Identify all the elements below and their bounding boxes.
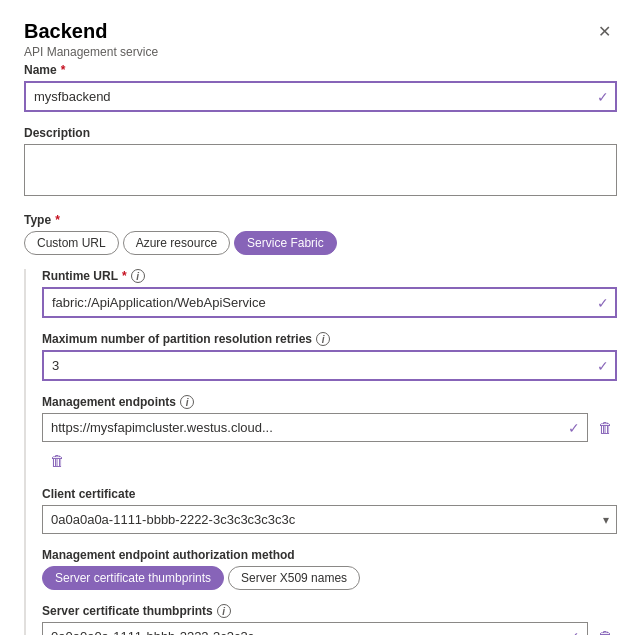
auth-method-label: Management endpoint authorization method: [42, 548, 617, 562]
runtime-url-info-icon[interactable]: i: [131, 269, 145, 283]
cert-trash-icon: 🗑: [598, 628, 613, 635]
name-input[interactable]: [24, 81, 617, 112]
name-required-star: *: [61, 63, 66, 77]
trash-icon: 🗑: [598, 419, 613, 436]
description-field-group: Description: [24, 126, 617, 199]
type-azure-resource-button[interactable]: Azure resource: [123, 231, 230, 255]
name-checkmark-icon: ✓: [597, 89, 609, 105]
name-label: Name *: [24, 63, 617, 77]
backend-panel: Backend API Management service ✕ Name * …: [0, 0, 641, 635]
client-cert-label: Client certificate: [42, 487, 617, 501]
client-cert-chevron-icon: ▾: [603, 513, 609, 527]
max-retries-field-group: Maximum number of partition resolution r…: [42, 332, 617, 381]
panel-subtitle: API Management service: [24, 45, 158, 59]
management-endpoints-label: Management endpoints i: [42, 395, 617, 409]
cert-input-wrapper: ✓: [42, 622, 588, 635]
add-endpoint-button[interactable]: 🗑: [46, 448, 69, 473]
management-endpoints-info-icon[interactable]: i: [180, 395, 194, 409]
runtime-url-label: Runtime URL * i: [42, 269, 617, 283]
runtime-url-checkmark-icon: ✓: [597, 295, 609, 311]
client-cert-select[interactable]: 0a0a0a0a-1111-bbbb-2222-3c3c3c3c3c3c: [42, 505, 617, 534]
service-fabric-section: Runtime URL * i ✓ Maximum number of part…: [24, 269, 617, 635]
panel-title: Backend: [24, 20, 158, 43]
close-button[interactable]: ✕: [592, 20, 617, 43]
management-endpoint-input-wrapper: ✓: [42, 413, 588, 442]
delete-cert-button[interactable]: 🗑: [594, 624, 617, 635]
server-cert-thumbprints-label: Server certificate thumbprints i: [42, 604, 617, 618]
auth-thumbprints-button[interactable]: Server certificate thumbprints: [42, 566, 224, 590]
runtime-url-input-wrapper: ✓: [42, 287, 617, 318]
server-cert-info-icon[interactable]: i: [217, 604, 231, 618]
type-buttons: Custom URL Azure resource Service Fabric: [24, 231, 617, 255]
runtime-url-required-star: *: [122, 269, 127, 283]
runtime-url-input[interactable]: [42, 287, 617, 318]
max-retries-checkmark-icon: ✓: [597, 358, 609, 374]
name-input-wrapper: ✓: [24, 81, 617, 112]
description-label: Description: [24, 126, 617, 140]
type-label: Type *: [24, 213, 617, 227]
delete-endpoint-button[interactable]: 🗑: [594, 415, 617, 440]
runtime-url-field-group: Runtime URL * i ✓: [42, 269, 617, 318]
client-cert-input-wrapper: 0a0a0a0a-1111-bbbb-2222-3c3c3c3c3c3c ▾: [42, 505, 617, 534]
add-trash-icon: 🗑: [50, 452, 65, 469]
client-cert-field-group: Client certificate 0a0a0a0a-1111-bbbb-22…: [42, 487, 617, 534]
panel-title-group: Backend API Management service: [24, 20, 158, 59]
max-retries-input-wrapper: ✓: [42, 350, 617, 381]
add-endpoint-row: 🗑: [46, 448, 617, 473]
panel-header: Backend API Management service ✕: [24, 20, 617, 59]
type-service-fabric-button[interactable]: Service Fabric: [234, 231, 337, 255]
endpoint-checkmark-icon: ✓: [568, 420, 580, 436]
type-field-group: Type * Custom URL Azure resource Service…: [24, 213, 617, 255]
auth-method-buttons: Server certificate thumbprints Server X5…: [42, 566, 617, 590]
type-custom-url-button[interactable]: Custom URL: [24, 231, 119, 255]
type-required-star: *: [55, 213, 60, 227]
cert-thumbprint-row: ✓ 🗑: [42, 622, 617, 635]
auth-method-field-group: Management endpoint authorization method…: [42, 548, 617, 590]
management-endpoint-row: ✓ 🗑: [42, 413, 617, 442]
management-endpoint-input[interactable]: [42, 413, 588, 442]
max-retries-label: Maximum number of partition resolution r…: [42, 332, 617, 346]
auth-x509-button[interactable]: Server X509 names: [228, 566, 360, 590]
max-retries-input[interactable]: [42, 350, 617, 381]
max-retries-info-icon[interactable]: i: [316, 332, 330, 346]
management-endpoints-field-group: Management endpoints i ✓ 🗑 🗑: [42, 395, 617, 473]
description-input[interactable]: [24, 144, 617, 196]
cert-thumbprint-input[interactable]: [42, 622, 588, 635]
name-field-group: Name * ✓: [24, 63, 617, 112]
cert-checkmark-icon: ✓: [568, 629, 580, 636]
server-cert-thumbprints-field-group: Server certificate thumbprints i ✓ 🗑 🗑: [42, 604, 617, 635]
